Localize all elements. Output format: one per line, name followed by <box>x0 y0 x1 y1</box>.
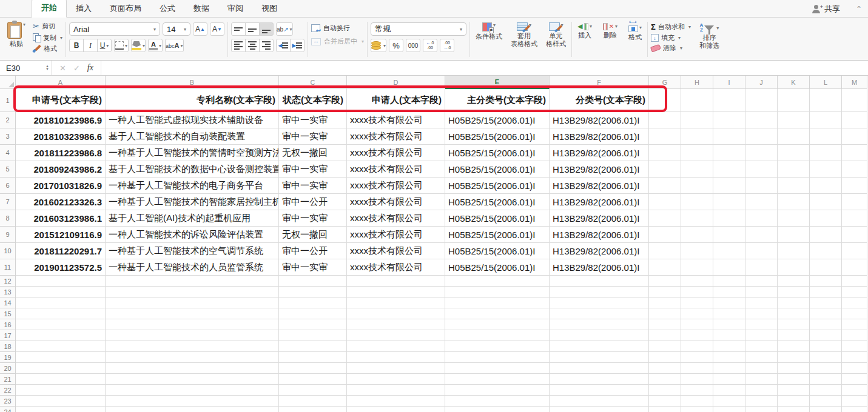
cell[interactable] <box>649 330 681 341</box>
cell[interactable] <box>649 178 681 194</box>
align-middle-button[interactable] <box>245 22 260 36</box>
cell[interactable] <box>279 319 347 330</box>
cell[interactable] <box>778 194 810 210</box>
cell[interactable] <box>681 259 713 276</box>
row-header-11[interactable]: 11 <box>0 259 16 276</box>
cell[interactable] <box>279 352 347 363</box>
cell[interactable] <box>810 243 842 259</box>
cell[interactable] <box>842 112 867 128</box>
cell[interactable]: 201811220291.7 <box>16 243 106 259</box>
cell[interactable] <box>745 352 778 363</box>
cell[interactable] <box>649 374 681 385</box>
cell[interactable] <box>649 210 681 227</box>
cell[interactable] <box>445 363 550 374</box>
cell[interactable] <box>745 210 778 227</box>
cell[interactable]: 状态(文本字段) <box>279 89 347 112</box>
cell[interactable] <box>279 287 347 297</box>
cell[interactable] <box>649 145 681 161</box>
row-header-16[interactable]: 16 <box>0 319 16 330</box>
cell[interactable] <box>16 319 106 330</box>
cell[interactable] <box>550 297 649 308</box>
cell[interactable] <box>16 385 106 396</box>
cell[interactable] <box>745 161 778 178</box>
cell[interactable] <box>713 396 745 407</box>
cell[interactable] <box>713 319 745 330</box>
cell[interactable] <box>810 385 842 396</box>
column-header-K[interactable]: K <box>778 76 810 89</box>
cell[interactable]: H13B29/82(2006.01)I <box>550 243 649 259</box>
cell[interactable] <box>713 112 745 128</box>
cell[interactable] <box>745 89 778 112</box>
cell[interactable]: 一种基于人工智能技术的智能家居控制主机 <box>106 194 279 210</box>
cell[interactable] <box>16 341 106 352</box>
column-header-E[interactable]: E <box>445 76 550 89</box>
cell[interactable] <box>842 243 867 259</box>
tab-home[interactable]: 开始 <box>32 0 67 18</box>
cell[interactable] <box>681 319 713 330</box>
cell[interactable] <box>681 161 713 178</box>
cell[interactable] <box>681 178 713 194</box>
cell[interactable] <box>745 297 778 308</box>
cell[interactable] <box>445 276 550 287</box>
cell[interactable] <box>745 396 778 407</box>
cell[interactable] <box>713 330 745 341</box>
cell[interactable] <box>810 396 842 407</box>
row-header-14[interactable]: 14 <box>0 297 16 308</box>
conditional-formatting-button[interactable]: ▾ 条件格式 <box>473 22 505 41</box>
cell[interactable] <box>445 396 550 407</box>
cell[interactable] <box>681 385 713 396</box>
cell[interactable] <box>347 341 445 352</box>
cell[interactable] <box>681 396 713 407</box>
cell[interactable]: 201603123986.1 <box>16 210 106 227</box>
cell[interactable] <box>842 330 867 341</box>
merge-center-button[interactable]: 合并后居中▾ <box>311 38 364 45</box>
cell[interactable] <box>550 407 649 412</box>
cell[interactable] <box>681 330 713 341</box>
cell[interactable] <box>842 210 867 227</box>
cell[interactable] <box>445 352 550 363</box>
cell[interactable] <box>445 308 550 319</box>
collapse-ribbon-icon[interactable]: ⌃ <box>856 5 862 13</box>
cell[interactable] <box>745 341 778 352</box>
cell[interactable] <box>649 128 681 145</box>
cell[interactable] <box>745 308 778 319</box>
cell[interactable] <box>681 287 713 297</box>
format-painter-button[interactable]: 格式 <box>33 44 62 53</box>
cell[interactable]: 201811223986.8 <box>16 145 106 161</box>
cell[interactable] <box>279 407 347 412</box>
cell[interactable] <box>778 396 810 407</box>
delete-cells-button[interactable]: ✕▾ 删除 <box>601 22 620 40</box>
cell[interactable]: xxxx技术有限公司 <box>347 128 445 145</box>
cell[interactable] <box>550 276 649 287</box>
cell[interactable] <box>681 374 713 385</box>
row-header-24[interactable]: 24 <box>0 407 16 412</box>
cell[interactable] <box>550 319 649 330</box>
insert-function-icon[interactable]: fx <box>87 63 93 73</box>
name-box[interactable]: E30 ▲▼ <box>0 61 52 75</box>
cell[interactable] <box>681 227 713 243</box>
cell[interactable] <box>713 89 745 112</box>
cell[interactable] <box>649 341 681 352</box>
row-header-17[interactable]: 17 <box>0 330 16 341</box>
cell[interactable] <box>16 352 106 363</box>
cell[interactable] <box>649 319 681 330</box>
cell[interactable] <box>745 243 778 259</box>
cell[interactable] <box>778 112 810 128</box>
cell[interactable] <box>810 161 842 178</box>
cell[interactable] <box>745 363 778 374</box>
cell[interactable] <box>842 178 867 194</box>
cell[interactable] <box>16 363 106 374</box>
cell[interactable] <box>16 297 106 308</box>
column-header-H[interactable]: H <box>681 76 713 89</box>
cell[interactable] <box>778 407 810 412</box>
align-top-button[interactable] <box>231 22 246 36</box>
format-as-table-button[interactable]: ▾ 套用表格格式 <box>508 22 540 48</box>
cell[interactable] <box>810 341 842 352</box>
cell[interactable]: xxxx技术有限公司 <box>347 259 445 276</box>
column-header-I[interactable]: I <box>713 76 745 89</box>
row-header-5[interactable]: 5 <box>0 161 16 178</box>
cell[interactable] <box>810 330 842 341</box>
cell[interactable] <box>810 308 842 319</box>
fill-color-button[interactable]: ▾ <box>131 39 146 52</box>
cell[interactable] <box>649 396 681 407</box>
